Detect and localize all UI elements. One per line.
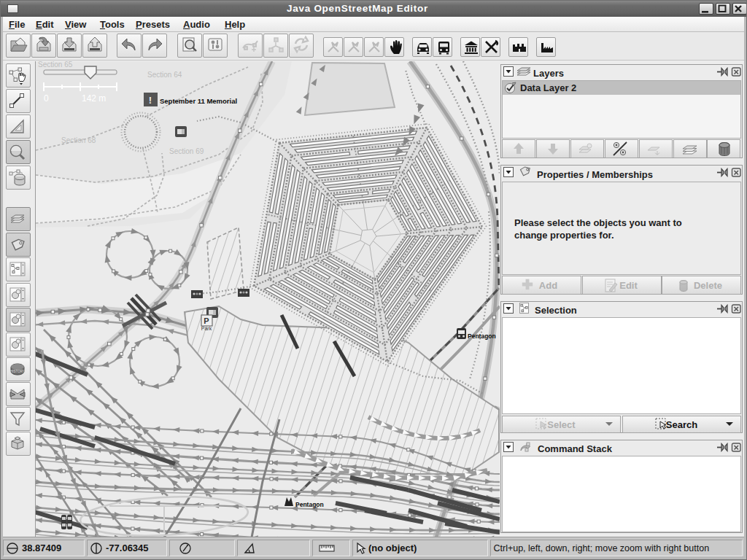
svg-text:Section 65: Section 65 <box>38 61 73 69</box>
svg-text:Park: Park <box>201 326 212 331</box>
svg-text:Section 68: Section 68 <box>61 136 96 144</box>
svg-text:0: 0 <box>44 93 49 104</box>
svg-text:Section 69: Section 69 <box>169 147 204 155</box>
svg-text:Pentagon: Pentagon <box>295 501 324 508</box>
svg-text:September 11 Memorial: September 11 Memorial <box>160 97 237 105</box>
svg-text:P: P <box>204 316 209 325</box>
svg-text:Pentagon: Pentagon <box>468 332 496 340</box>
svg-text:Section 64: Section 64 <box>147 71 182 79</box>
svg-text:HISTORY: HISTORY <box>10 370 25 373</box>
svg-text:!: ! <box>149 95 152 106</box>
svg-text:142 m: 142 m <box>82 93 106 104</box>
